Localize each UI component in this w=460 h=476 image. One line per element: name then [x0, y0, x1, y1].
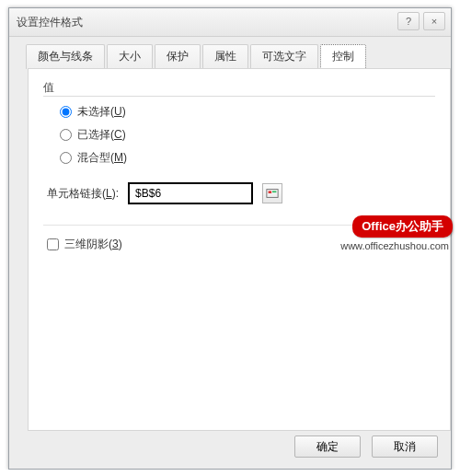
tab-alt-text[interactable]: 可选文字 — [250, 44, 318, 69]
tab-properties[interactable]: 属性 — [202, 44, 248, 69]
window-buttons: ? × — [397, 12, 445, 30]
radio-checked[interactable] — [60, 129, 72, 141]
close-icon: × — [431, 7, 437, 35]
dialog-title: 设置控件格式 — [17, 16, 83, 29]
help-icon: ? — [406, 7, 411, 35]
watermark-url: www.officezhushou.com — [340, 240, 453, 251]
radio-checked-label: 已选择(C) — [77, 127, 126, 143]
cell-link-label: 单元格链接(L): — [47, 186, 119, 202]
watermark-badge: Office办公助手 — [352, 215, 453, 238]
dialog-footer: 确定 取消 — [294, 435, 438, 458]
radio-unchecked-row: 未选择(U) — [60, 104, 435, 120]
title-bar: 设置控件格式 ? × — [9, 8, 451, 37]
ok-button[interactable]: 确定 — [294, 435, 361, 458]
cell-link-row: 单元格链接(L): — [43, 182, 435, 204]
tab-protection[interactable]: 保护 — [155, 44, 201, 69]
radio-unchecked[interactable] — [60, 106, 72, 118]
close-button[interactable]: × — [423, 12, 445, 30]
radio-checked-row: 已选择(C) — [60, 127, 435, 143]
format-control-dialog: 设置控件格式 ? × 颜色与线条 大小 保护 属性 可选文字 控制 值 未选择(… — [8, 7, 452, 470]
group-divider — [43, 96, 435, 97]
value-group-legend: 值 — [43, 80, 54, 96]
cell-link-input[interactable] — [128, 182, 253, 204]
tab-colors-lines[interactable]: 颜色与线条 — [26, 44, 105, 69]
shadow-label: 三维阴影(3) — [64, 237, 122, 252]
tab-size[interactable]: 大小 — [107, 44, 153, 69]
radio-unchecked-label: 未选择(U) — [77, 104, 126, 120]
svg-rect-2 — [272, 191, 276, 192]
watermark: Office办公助手 www.officezhushou.com — [340, 215, 453, 251]
tab-strip: 颜色与线条 大小 保护 属性 可选文字 控制 — [26, 43, 449, 68]
cancel-button[interactable]: 取消 — [372, 435, 438, 458]
svg-rect-1 — [269, 191, 272, 193]
radio-mixed-row: 混合型(M) — [60, 150, 435, 166]
radio-mixed-label: 混合型(M) — [77, 150, 127, 166]
radio-mixed[interactable] — [60, 152, 72, 164]
range-picker-icon — [266, 187, 279, 200]
range-picker-button[interactable] — [262, 183, 282, 203]
help-button[interactable]: ? — [397, 12, 420, 30]
tab-control[interactable]: 控制 — [320, 44, 366, 69]
shadow-checkbox[interactable] — [47, 238, 59, 250]
